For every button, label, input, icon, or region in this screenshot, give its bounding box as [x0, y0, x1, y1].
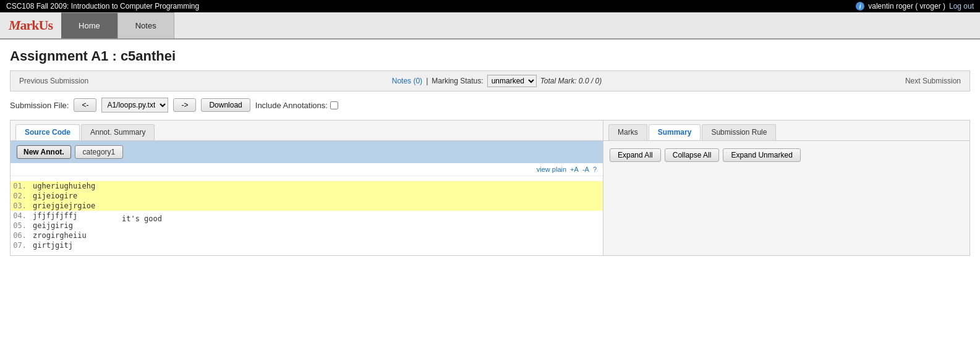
right-panel: Marks Summary Submission Rule Expand All… — [603, 120, 970, 256]
submission-bar-center: Notes (0) | Marking Status: unmarked par… — [392, 75, 602, 87]
nav-tab-home[interactable]: Home — [61, 12, 118, 38]
plus-a-link[interactable]: +A — [570, 166, 579, 173]
user-info: i valentin roger ( vroger ) Log out — [856, 2, 974, 11]
line-content: jfjfjfjffj — [33, 211, 603, 220]
info-icon: i — [856, 2, 864, 11]
line-number: 04. — [11, 211, 33, 220]
code-line: 03.griejgiejrgioe — [11, 201, 603, 211]
submission-bar: Previous Submission Notes (0) | Marking … — [10, 70, 970, 91]
file-select[interactable]: A1/loops.py.txt — [101, 98, 168, 112]
code-line: 01.ugheriughuiehg — [11, 181, 603, 191]
right-panel-tabs: Marks Summary Submission Rule — [603, 121, 969, 141]
expand-btns: Expand All Collapse All Expand Unmarked — [610, 148, 963, 162]
line-number: 03. — [11, 201, 33, 210]
annotation-popup: it's good — [122, 214, 162, 223]
total-mark: Total Mark: 0.0 / 0) — [540, 77, 602, 85]
page-title: Assignment A1 : c5anthei — [10, 48, 970, 64]
line-content: ugheriughuiehg — [33, 182, 603, 190]
include-annotations-checkbox[interactable] — [330, 101, 338, 109]
annotation-text: it's good — [122, 214, 162, 223]
tab-source-code[interactable]: Source Code — [15, 124, 80, 140]
code-line: 05.geijgirig — [11, 221, 603, 231]
view-plain-link[interactable]: view plain — [537, 166, 566, 173]
notes-link[interactable]: Notes (0) — [392, 77, 422, 85]
include-annotations-text: Include Annotations: — [255, 101, 328, 110]
line-number: 02. — [11, 192, 33, 200]
code-area: 01.ugheriughuiehg02.gijeiogire03.griejgi… — [11, 176, 603, 255]
prev-submission-link[interactable]: Previous Submission — [19, 77, 88, 85]
tab-marks[interactable]: Marks — [608, 124, 647, 140]
include-annotations-label: Include Annotations: — [255, 101, 338, 110]
line-content: gijeiogire — [33, 192, 603, 200]
help-link[interactable]: ? — [593, 166, 597, 173]
nav: MarkUs Home Notes — [0, 12, 980, 40]
code-line: 06.zrogirgheiiu — [11, 231, 603, 240]
minus-a-link[interactable]: -A — [582, 166, 589, 173]
code-line: 04.jfjfjfjffj — [11, 211, 603, 221]
code-line: 02.gijeiogire — [11, 191, 603, 201]
total-mark-label: Total Mark: 0.0 / 0) — [540, 77, 602, 85]
top-bar: CSC108 Fall 2009: Introduction to Comput… — [0, 0, 980, 12]
user-display: valentin roger ( vroger ) — [868, 2, 945, 11]
line-number: 06. — [11, 231, 33, 240]
next-submission-link[interactable]: Next Submission — [905, 77, 961, 85]
expand-unmarked-btn[interactable]: Expand Unmarked — [723, 148, 800, 162]
logout-link[interactable]: Log out — [949, 2, 974, 11]
file-bar: Submission File: <- A1/loops.py.txt -> D… — [10, 98, 970, 112]
line-content: zrogirgheiiu — [33, 231, 603, 240]
line-content: griejgiejrgioe — [33, 201, 603, 210]
logo-text: arkUs — [20, 17, 53, 33]
nav-tabs: Home Notes — [61, 12, 174, 38]
right-content: Expand All Collapse All Expand Unmarked — [603, 141, 969, 169]
panels: Source Code Annot. Summary New Annot. ca… — [10, 120, 970, 256]
logo-mark: M — [9, 17, 20, 33]
tab-annot-summary[interactable]: Annot. Summary — [81, 124, 155, 140]
line-content: geijgirig — [33, 221, 603, 230]
marking-status-select[interactable]: unmarked partial complete — [487, 75, 537, 87]
tab-submission-rule[interactable]: Submission Rule — [702, 124, 776, 140]
collapse-all-btn[interactable]: Collapse All — [665, 148, 720, 162]
submission-file-label: Submission File: — [10, 101, 69, 110]
line-number: 01. — [11, 182, 33, 190]
code-line: 07.girtjgitj — [11, 240, 603, 250]
prev-file-btn[interactable]: <- — [74, 98, 96, 112]
line-number: 07. — [11, 241, 33, 250]
app-title: CSC108 Fall 2009: Introduction to Comput… — [6, 2, 199, 11]
expand-all-btn[interactable]: Expand All — [610, 148, 661, 162]
left-panel-tabs: Source Code Annot. Summary — [11, 121, 603, 141]
nav-tab-notes[interactable]: Notes — [118, 12, 174, 38]
tab-summary[interactable]: Summary — [649, 124, 701, 140]
code-toolbar: view plain +A -A ? — [11, 163, 603, 176]
content: Assignment A1 : c5anthei Previous Submis… — [0, 40, 980, 265]
marking-status-label: Marking Status: — [432, 77, 483, 85]
logo: MarkUs — [0, 17, 61, 33]
next-file-btn[interactable]: -> — [173, 98, 196, 112]
left-panel: Source Code Annot. Summary New Annot. ca… — [10, 120, 603, 256]
category-tag[interactable]: category1 — [75, 145, 124, 159]
line-content: girtjgitj — [33, 241, 603, 250]
download-btn[interactable]: Download — [201, 98, 250, 112]
new-annot-btn[interactable]: New Annot. — [17, 145, 71, 159]
annot-toolbar: New Annot. category1 — [11, 141, 603, 163]
line-number: 05. — [11, 221, 33, 230]
separator: | — [426, 77, 428, 85]
